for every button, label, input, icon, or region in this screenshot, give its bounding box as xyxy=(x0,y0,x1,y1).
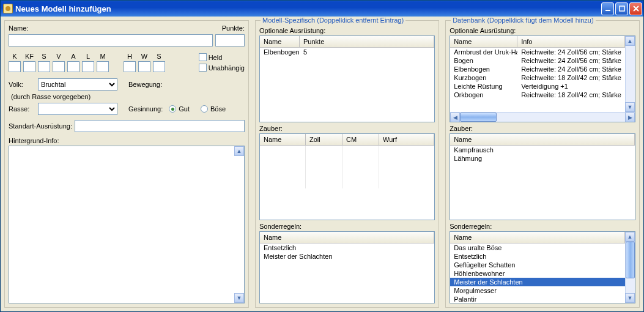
list-item[interactable]: ElbenbogenReichweite: 24 Zoll/56 cm; Stä… xyxy=(450,65,625,73)
window: Neues Modell hinzufügen Name: Punkte: KK… xyxy=(0,0,644,312)
stat-kf: KF xyxy=(23,53,35,72)
gesinnung-label: Gesinnung: xyxy=(128,105,163,113)
db-optional-label: Optionale Ausrüstung: xyxy=(450,27,635,34)
stat-input-m[interactable] xyxy=(97,61,109,72)
held-checkbox[interactable]: Held xyxy=(199,53,245,61)
col-wurf: Wurf xyxy=(379,134,434,145)
stat-v: V xyxy=(53,53,65,72)
col-name: Name xyxy=(450,134,635,145)
horizontal-scrollbar[interactable]: ◀ ▶ xyxy=(450,112,635,122)
scroll-thumb[interactable] xyxy=(626,242,635,278)
boese-radio[interactable]: Böse xyxy=(201,105,226,113)
list-item[interactable]: Geflügelter Schatten xyxy=(450,261,625,269)
scroll-up-button[interactable]: ▲ xyxy=(625,36,635,46)
list-item[interactable]: Höhlenbewohner xyxy=(450,269,625,278)
mid-sonder-list[interactable]: Name EntsetzlichMeister der Schlachten xyxy=(259,231,435,303)
name-input[interactable] xyxy=(9,34,213,46)
stat-input-s[interactable] xyxy=(153,61,165,72)
scroll-down-button[interactable]: ▼ xyxy=(234,293,244,303)
maximize-button[interactable] xyxy=(615,2,628,15)
rasse-select[interactable] xyxy=(38,103,117,115)
checkbox-box-icon xyxy=(199,53,207,61)
svg-rect-1 xyxy=(605,10,610,11)
boese-label: Böse xyxy=(210,105,226,113)
scroll-thumb[interactable] xyxy=(460,113,497,122)
db-zauber-label: Zauber: xyxy=(450,125,635,132)
list-item[interactable]: Das uralte Böse xyxy=(450,243,625,252)
stat-input-l[interactable] xyxy=(82,61,94,72)
vertical-scrollbar[interactable]: ▲ ▼ xyxy=(625,36,635,112)
radio-dot-icon xyxy=(169,105,176,113)
close-button[interactable] xyxy=(629,2,642,15)
mid-zauber-list[interactable]: Name Zoll CM Wurf xyxy=(259,133,435,220)
minimize-button[interactable] xyxy=(601,2,614,15)
list-item[interactable]: Elbenbogen5 xyxy=(260,48,434,56)
list-item[interactable]: KurzbogenReichweite: 18 Zoll/42 cm; Stär… xyxy=(450,73,625,82)
list-item[interactable]: Leichte RüstungVerteidigung +1 xyxy=(450,82,625,91)
col-zoll: Zoll xyxy=(306,134,342,145)
stat-label: L xyxy=(86,53,90,60)
col-name: Name xyxy=(450,232,625,243)
stat-input-k[interactable] xyxy=(9,61,21,72)
mid-zauber-label: Zauber: xyxy=(259,125,435,132)
unabhaengig-label: Unabhängig xyxy=(209,64,245,72)
stat-input-kf[interactable] xyxy=(23,61,35,72)
scroll-down-button[interactable]: ▼ xyxy=(625,293,635,303)
stat-input-s[interactable] xyxy=(38,61,50,72)
list-item[interactable]: Morgulmesser xyxy=(450,286,625,295)
mid-optional-list[interactable]: Name Punkte Elbenbogen5 xyxy=(259,35,435,122)
list-item[interactable]: Meister der Schlachten xyxy=(450,278,625,286)
list-item[interactable]: Palantir xyxy=(450,295,625,303)
model-specific-legend: Modell-Spezifisch (Doppelklick entfernt … xyxy=(261,17,405,24)
db-optional-list[interactable]: Name Info Armbrust der Uruk-HaiReichweit… xyxy=(450,35,635,122)
stat-input-h[interactable] xyxy=(124,61,136,72)
standart-ausruestung-label: Standart-Ausrüstung: xyxy=(9,122,72,130)
db-zauber-list[interactable]: Name KampfrauschLähmung xyxy=(450,133,635,220)
standart-ausruestung-input[interactable] xyxy=(75,120,245,132)
vertical-scrollbar[interactable]: ▲ ▼ xyxy=(625,232,635,303)
radio-dot-icon xyxy=(201,105,208,113)
points-label: Punkte: xyxy=(222,24,245,32)
stat-label: S xyxy=(42,53,46,60)
stat-input-v[interactable] xyxy=(53,61,65,72)
points-input[interactable] xyxy=(215,34,245,46)
list-item[interactable]: OrkbogenReichweite: 18 Zoll/42 cm; Stärk… xyxy=(450,91,625,99)
bewegung-label: Bewegung: xyxy=(128,81,162,88)
stat-h: H xyxy=(124,53,136,72)
scroll-right-button[interactable]: ▶ xyxy=(625,113,635,122)
db-sonder-list[interactable]: Name Das uralte BöseEntsetzlichGeflügelt… xyxy=(450,231,635,303)
stat-input-a[interactable] xyxy=(67,61,80,72)
list-item[interactable]: BogenReichweite: 24 Zoll/56 cm; Stärke xyxy=(450,56,625,65)
database-legend: Datenbank (Doppelklick fügt dem Modell h… xyxy=(451,17,596,24)
col-name: Name xyxy=(260,232,434,243)
list-item[interactable]: Meister der Schlachten xyxy=(260,252,434,261)
col-punkte: Punkte xyxy=(300,36,434,47)
list-item[interactable]: Armbrust der Uruk-HaiReichweite: 24 Zoll… xyxy=(450,48,625,56)
stat-label: H xyxy=(127,53,132,60)
model-details-panel: Name: Punkte: KKFSVALMHWS Held Unabh xyxy=(4,20,249,308)
hintergrund-info-textarea[interactable]: ▲ ▼ xyxy=(9,146,245,303)
scroll-down-button[interactable]: ▼ xyxy=(625,102,635,112)
gut-radio[interactable]: Gut xyxy=(169,105,190,113)
stat-label: K xyxy=(12,53,17,60)
list-item[interactable]: Entsetzlich xyxy=(260,243,434,252)
stat-s: S xyxy=(38,53,50,72)
stat-k: K xyxy=(9,53,21,72)
volk-select[interactable]: Bruchtal xyxy=(38,78,117,91)
scroll-left-button[interactable]: ◀ xyxy=(450,113,460,122)
mid-optional-label: Optionale Ausrüstung: xyxy=(259,27,435,34)
list-item[interactable]: Kampfrausch xyxy=(450,146,635,154)
app-icon xyxy=(3,4,13,13)
stat-label: M xyxy=(100,53,105,60)
name-label: Name: xyxy=(9,24,28,32)
list-item[interactable]: Lähmung xyxy=(450,154,635,163)
col-name: Name xyxy=(260,36,300,47)
unabhaengig-checkbox[interactable]: Unabhängig xyxy=(199,64,245,72)
gut-label: Gut xyxy=(179,105,190,113)
scroll-up-button[interactable]: ▲ xyxy=(234,146,244,156)
db-sonder-label: Sonderregeln: xyxy=(450,223,635,230)
stat-input-w[interactable] xyxy=(138,61,150,72)
stat-label: V xyxy=(56,53,61,60)
scroll-up-button[interactable]: ▲ xyxy=(625,232,635,242)
list-item[interactable]: Entsetzlich xyxy=(450,252,625,261)
